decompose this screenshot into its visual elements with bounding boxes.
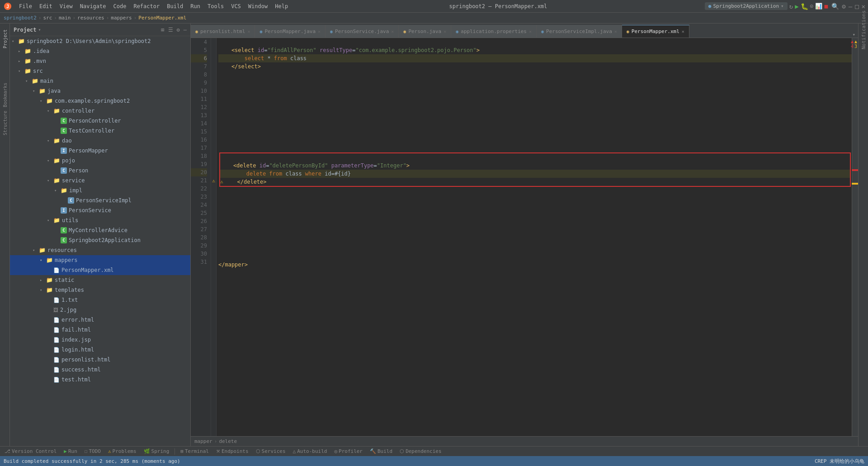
tree-item-src[interactable]: ▾ 📁 src bbox=[10, 66, 190, 76]
menu-run[interactable]: Run bbox=[187, 2, 204, 10]
bottom-tab-auto-build[interactable]: △ Auto-build bbox=[290, 447, 330, 456]
sidebar-expand-icon[interactable]: ⊞ bbox=[161, 27, 164, 33]
notifications-icon[interactable]: Notifications bbox=[859, 25, 868, 34]
tree-item-service[interactable]: ▾ 📁 service bbox=[10, 176, 190, 185]
tree-item-dao[interactable]: ▾ 📁 dao bbox=[10, 136, 190, 146]
bottom-tab-spring[interactable]: 🌿 Spring bbox=[141, 447, 172, 456]
tree-item-MyControllerAdvice[interactable]: C MyControllerAdvice bbox=[10, 225, 190, 235]
bottom-tab-endpoints[interactable]: ⤧ Endpoints bbox=[213, 447, 251, 456]
tree-item-templates[interactable]: ▾ 📁 templates bbox=[10, 285, 190, 295]
tree-item-Person[interactable]: C Person bbox=[10, 166, 190, 176]
bottom-tab-version-control[interactable]: ⎇ Version Control bbox=[2, 447, 59, 456]
breadcrumb-src[interactable]: src bbox=[43, 15, 52, 21]
menu-help[interactable]: Help bbox=[271, 2, 292, 10]
tree-item-test-html[interactable]: 📄 test.html bbox=[10, 375, 190, 385]
tree-item-main[interactable]: ▾ 📁 main bbox=[10, 76, 190, 86]
tree-item-controller[interactable]: ▾ 📁 controller bbox=[10, 106, 190, 116]
tab-Person-java[interactable]: ◉ Person.java ✕ bbox=[399, 25, 451, 38]
bottom-tab-dependencies[interactable]: ⬡ Dependencies bbox=[397, 447, 444, 456]
menu-file[interactable]: File bbox=[15, 2, 36, 10]
stop-button[interactable]: ■ bbox=[824, 3, 828, 10]
tab-close-PersonServiceImpl-java[interactable]: ✕ bbox=[614, 29, 617, 34]
sidebar-close-icon[interactable]: — bbox=[184, 27, 187, 33]
breadcrumb-springboot2[interactable]: springboot2 bbox=[4, 15, 37, 21]
sidebar-collapse-icon[interactable]: ☰ bbox=[168, 27, 173, 33]
menu-code[interactable]: Code bbox=[110, 2, 130, 10]
menu-edit[interactable]: Edit bbox=[36, 2, 56, 10]
coverage-button[interactable]: ⊙ bbox=[810, 3, 814, 10]
tab-close-Person-java[interactable]: ✕ bbox=[443, 29, 446, 34]
bottom-tab-terminal[interactable]: ⊞ Terminal bbox=[178, 447, 212, 456]
search-everywhere-button[interactable]: 🔍 bbox=[831, 3, 839, 10]
tab-PersonService-java[interactable]: ◉ PersonService.java ✕ bbox=[326, 25, 399, 38]
sync-button[interactable]: ↻ bbox=[789, 3, 793, 10]
tree-item-success-html[interactable]: 📄 success.html bbox=[10, 365, 190, 375]
sidebar-dropdown-arrow[interactable]: ▾ bbox=[38, 27, 41, 32]
close-button[interactable]: ✕ bbox=[862, 3, 865, 10]
tab-PersonMapper-java[interactable]: ◉ PersonMapper.java ✕ bbox=[255, 25, 326, 38]
menu-view[interactable]: View bbox=[56, 2, 76, 10]
tree-item-fail-html[interactable]: 📄 fail.html bbox=[10, 325, 190, 335]
tree-item-index-jsp[interactable]: 📄 index.jsp bbox=[10, 335, 190, 345]
tree-item-com[interactable]: ▾ 📁 com.example.springboot2 bbox=[10, 96, 190, 106]
tree-item-pojo[interactable]: ▾ 📁 pojo bbox=[10, 156, 190, 166]
tree-item-static[interactable]: ▸ 📁 static bbox=[10, 275, 190, 285]
bottom-tab-services[interactable]: ⬡ Services bbox=[253, 447, 288, 456]
run-button[interactable]: ▶ bbox=[795, 3, 798, 10]
tab-overflow-button[interactable]: ▾ bbox=[849, 32, 858, 38]
editor-breadcrumb-mapper[interactable]: mapper bbox=[194, 438, 212, 444]
tree-item-error-html[interactable]: 📄 error.html bbox=[10, 315, 190, 325]
tab-application-props[interactable]: ◉ application.properties ✕ bbox=[451, 25, 537, 38]
tree-item-mappers[interactable]: ▾ 📁 mappers bbox=[10, 255, 190, 265]
breadcrumb-main[interactable]: main bbox=[59, 15, 71, 21]
bottom-tab-run[interactable]: ▶ Run bbox=[61, 447, 80, 456]
run-config-selector[interactable]: ● Springboot2Application ▾ bbox=[705, 2, 788, 10]
tree-item-springboot2[interactable]: ▾ 📁 springboot2 D:\Users\Admin\springboo… bbox=[10, 36, 190, 46]
tree-item-PersonService[interactable]: I PersonService bbox=[10, 205, 190, 215]
tree-item-login-html[interactable]: 📄 login.html bbox=[10, 345, 190, 355]
code-lines[interactable]: <select id="findAllPerson" resultType="c… bbox=[217, 38, 852, 436]
bottom-tab-problems[interactable]: ⚠ Problems bbox=[105, 447, 139, 456]
tab-close-application-props[interactable]: ✕ bbox=[529, 29, 532, 34]
tab-close-PersonMapper-xml[interactable]: ✕ bbox=[682, 29, 684, 34]
bottom-tab-todo[interactable]: ☐ TODO bbox=[82, 447, 104, 456]
tab-close-PersonService-java[interactable]: ✕ bbox=[391, 29, 394, 34]
tree-item-2jpg[interactable]: 🖼 2.jpg bbox=[10, 305, 190, 315]
tree-item-resources[interactable]: ▾ 📁 resources bbox=[10, 245, 190, 255]
editor-breadcrumb-delete[interactable]: delete bbox=[219, 438, 237, 444]
tab-personlist[interactable]: ◉ personlist.html ✕ bbox=[191, 25, 255, 38]
minimize-button[interactable]: — bbox=[849, 3, 852, 10]
tree-item-utils[interactable]: ▾ 📁 utils bbox=[10, 215, 190, 225]
debug-button[interactable]: 🐛 bbox=[801, 3, 808, 10]
tab-PersonServiceImpl-java[interactable]: ◉ PersonServiceImpl.java ✕ bbox=[537, 25, 622, 38]
tab-PersonMapper-xml[interactable]: ◉ PersonMapper.xml ✕ bbox=[622, 25, 689, 38]
tab-close-personlist[interactable]: ✕ bbox=[247, 29, 250, 34]
tree-item-TestController[interactable]: C TestController bbox=[10, 126, 190, 136]
menu-tools[interactable]: Tools bbox=[204, 2, 227, 10]
sidebar-settings-icon[interactable]: ⚙ bbox=[177, 27, 180, 33]
tree-item-PersonMapper-xml[interactable]: 📄 PersonMapper.xml bbox=[10, 265, 190, 275]
breadcrumb-resources[interactable]: resources bbox=[77, 15, 104, 21]
bookmarks-icon[interactable]: Bookmarks bbox=[0, 81, 9, 109]
tree-item-mvn[interactable]: ▸ 📁 .mvn bbox=[10, 56, 190, 66]
tree-item-PersonServiceImpl[interactable]: C PersonServiceImpl bbox=[10, 195, 190, 205]
bottom-tab-build[interactable]: 🔨 Build bbox=[367, 447, 395, 456]
maximize-button[interactable]: □ bbox=[855, 3, 859, 10]
tree-item-PersonMapper-java[interactable]: I PersonMapper bbox=[10, 146, 190, 156]
tree-item-personlist-html[interactable]: 📄 personlist.html bbox=[10, 355, 190, 365]
settings-button[interactable]: ⚙ bbox=[842, 3, 845, 10]
breadcrumb-file[interactable]: PersonMapper.xml bbox=[138, 15, 186, 21]
tree-item-Springboot2Application[interactable]: C Springboot2Application bbox=[10, 235, 190, 245]
structure-icon[interactable]: Structure bbox=[0, 109, 9, 137]
tree-item-java[interactable]: ▾ 📁 java bbox=[10, 86, 190, 96]
tree-item-idea[interactable]: ▸ 📁 .idea bbox=[10, 46, 190, 56]
menu-window[interactable]: Window bbox=[245, 2, 271, 10]
profile-button[interactable]: 📊 bbox=[815, 3, 822, 10]
menu-refactor[interactable]: Refactor bbox=[130, 2, 163, 10]
bottom-tab-profiler[interactable]: ◎ Profiler bbox=[331, 447, 365, 456]
tree-item-1txt[interactable]: 📄 1.txt bbox=[10, 295, 190, 305]
tree-item-PersonController[interactable]: C PersonController bbox=[10, 116, 190, 126]
project-tool-icon[interactable]: Project bbox=[0, 25, 9, 52]
menu-navigate[interactable]: Navigate bbox=[76, 2, 110, 10]
tab-close-PersonMapper-java[interactable]: ✕ bbox=[318, 29, 321, 34]
